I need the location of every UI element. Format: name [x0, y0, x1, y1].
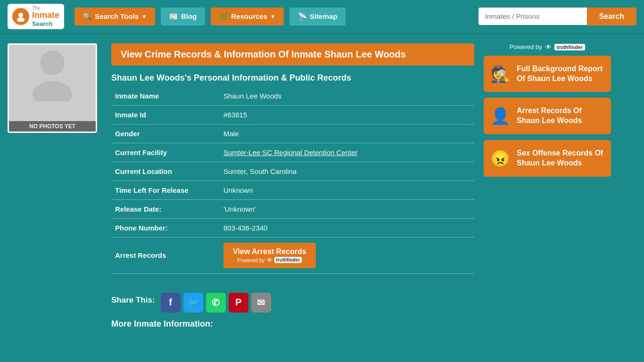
dropdown-arrow-resources-icon: ▼ — [270, 14, 275, 19]
table-row: Release Date:'Unknown' — [111, 199, 474, 218]
sidebar-card-icon-2: 😠 — [490, 149, 510, 168]
field-value: Male — [220, 124, 474, 143]
field-label: Current Facility — [111, 143, 220, 162]
table-row: Arrest Records View Arrest Records Power… — [111, 237, 474, 273]
twitter-share-button[interactable]: 🐦 — [183, 293, 203, 313]
whatsapp-share-button[interactable]: ✆ — [206, 293, 226, 313]
search-tools-icon: 🔍 — [83, 12, 92, 21]
sitemap-button[interactable]: 📡 Sitemap — [289, 8, 346, 25]
sidebar-card-0[interactable]: 🕵 Full Background Report Of Shaun Lee Wo… — [484, 56, 611, 92]
eye-icon: 👁 — [267, 257, 272, 263]
more-info-section: More Inmate Information: — [0, 313, 644, 329]
field-label: Inmate Id — [111, 105, 220, 124]
field-label: Time Left For Release — [111, 181, 220, 199]
sidebar-card-1[interactable]: 👤 Arrest Records Of Shaun Lee Woods — [484, 98, 611, 134]
powered-by-label: Powered by 👁 truthfinder — [237, 257, 302, 263]
info-table: Inmate NameShaun Lee WoodsInmate Id#6381… — [111, 87, 474, 274]
table-row: Current LocationSumter, South Carolina — [111, 162, 474, 181]
field-label: Current Location — [111, 162, 220, 181]
more-info-title: More Inmate Information: — [111, 319, 636, 329]
tf-small-logo: truthfinder — [274, 257, 302, 263]
facebook-share-button[interactable]: f — [161, 293, 181, 313]
truthfinder-logo: truthfinder — [554, 44, 586, 50]
sidebar-cards: 🕵 Full Background Report Of Shaun Lee Wo… — [484, 56, 611, 177]
table-row: Phone Number:803-436-2340 — [111, 218, 474, 237]
main-content: NO PHOTOS YET View Crime Records & Infor… — [0, 34, 644, 283]
field-label: Phone Number: — [111, 218, 220, 237]
search-button[interactable]: Search — [587, 8, 636, 25]
field-label: Inmate Name — [111, 87, 220, 106]
personal-info-title: Shaun Lee Woods's Personal Information &… — [111, 73, 474, 83]
table-row: Time Left For ReleaseUnknown — [111, 181, 474, 199]
sidebar-card-icon-1: 👤 — [490, 107, 510, 125]
search-area: Search — [479, 8, 636, 25]
pinterest-share-button[interactable]: P — [229, 293, 248, 313]
arrest-records-label: Arrest Records — [111, 237, 220, 273]
tf-logo-eye: 👁 — [545, 43, 552, 51]
svg-point-3 — [33, 81, 72, 101]
table-row: Inmate Id#63815 — [111, 105, 474, 124]
field-value: #63815 — [220, 105, 474, 124]
email-share-button[interactable]: ✉ — [251, 293, 271, 313]
sidebar-card-2[interactable]: 😠 Sex Offense Records Of Shaun Lee Woods — [484, 140, 611, 177]
view-arrest-records-cell: View Arrest Records Powered by 👁 truthfi… — [220, 237, 474, 273]
field-value: Sumter, South Carolina — [220, 162, 474, 181]
view-arrest-records-button[interactable]: View Arrest Records Powered by 👁 truthfi… — [223, 243, 316, 268]
svg-point-0 — [18, 13, 23, 17]
share-section: Share This: f 🐦 ✆ P ✉ — [0, 283, 644, 313]
field-label: Release Date: — [111, 199, 220, 218]
header: The Inmate Search 🔍 Search Tools ▼ 📰 Blo… — [0, 0, 644, 34]
table-row: Current FacilitySumter-Lee SC Regional D… — [111, 143, 474, 162]
logo: The Inmate Search — [8, 4, 64, 29]
field-value: Shaun Lee Woods — [220, 87, 474, 106]
table-row: Inmate NameShaun Lee Woods — [111, 87, 474, 106]
photo-container: NO PHOTOS YET — [8, 43, 97, 133]
search-input[interactable] — [479, 8, 587, 25]
dropdown-arrow-icon: ▼ — [141, 14, 147, 19]
field-value: 'Unknown' — [220, 199, 474, 218]
blog-button[interactable]: 📰 Blog — [161, 8, 205, 25]
sidebar-card-text-1: Arrest Records Of Shaun Lee Woods — [517, 106, 604, 126]
svg-point-2 — [40, 50, 65, 75]
resources-button[interactable]: 🌿 Resources ▼ — [211, 8, 284, 25]
field-label: Gender — [111, 124, 220, 143]
search-tools-button[interactable]: 🔍 Search Tools ▼ — [74, 8, 155, 25]
sidebar-card-text-2: Sex Offense Records Of Shaun Lee Woods — [517, 148, 604, 168]
field-value: Unknown — [220, 181, 474, 199]
field-value: 803-436-2340 — [220, 218, 474, 237]
logo-text: The Inmate Search — [32, 6, 59, 27]
share-buttons: f 🐦 ✆ P ✉ — [161, 293, 271, 313]
photo-box: NO PHOTOS YET — [8, 43, 102, 274]
svg-point-1 — [17, 17, 25, 22]
silhouette-icon — [29, 45, 76, 107]
sidebar-card-icon-0: 🕵 — [490, 65, 510, 83]
no-photo-label: NO PHOTOS YET — [9, 121, 96, 132]
blog-icon: 📰 — [169, 12, 178, 21]
view-arrest-label: View Arrest Records — [233, 247, 306, 256]
field-value[interactable]: Sumter-Lee SC Regional Detention Center — [220, 143, 474, 162]
info-section: View Crime Records & Information Of Inma… — [111, 43, 474, 274]
logo-icon — [12, 8, 29, 25]
resources-icon: 🌿 — [219, 12, 228, 21]
table-row: GenderMale — [111, 124, 474, 143]
share-title: Share This: — [111, 296, 155, 305]
sidebar-card-text-0: Full Background Report Of Shaun Lee Wood… — [517, 64, 604, 84]
sitemap-icon: 📡 — [298, 12, 307, 21]
crime-banner: View Crime Records & Information Of Inma… — [111, 43, 474, 66]
sidebar: Powered by 👁 truthfinder 🕵 Full Backgrou… — [484, 43, 611, 274]
powered-by-tf: Powered by 👁 truthfinder — [484, 43, 611, 51]
